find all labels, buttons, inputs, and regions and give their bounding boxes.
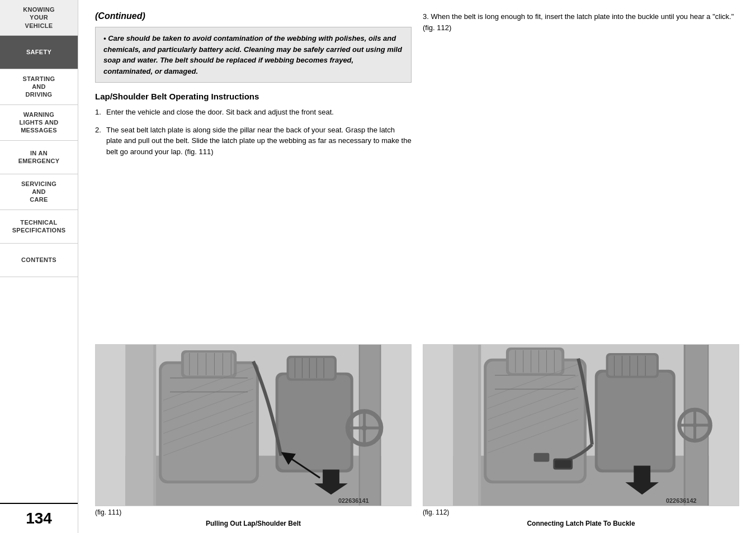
figure-111-bottom-label: Pulling Out Lap/Shoulder Belt — [95, 520, 412, 527]
instruction-number-1: 1. — [95, 107, 106, 118]
svg-rect-68 — [453, 345, 479, 506]
figure-112-svg: 022636142 — [423, 345, 739, 506]
page-number: 134 — [0, 503, 78, 533]
sidebar-item-servicing[interactable]: SERVICING AND CARE — [0, 174, 78, 210]
svg-text:022636141: 022636141 — [338, 497, 369, 504]
instruction-item-2: 2. The seat belt latch plate is along si… — [95, 125, 412, 158]
svg-rect-7 — [184, 353, 234, 376]
sidebar-item-contents[interactable]: CONTENTS — [0, 244, 78, 277]
sidebar-item-knowing[interactable]: KNOWING YOUR VEHICLE — [0, 0, 78, 36]
svg-rect-56 — [608, 355, 656, 376]
sidebar-item-starting[interactable]: STARTING AND DRIVING — [0, 69, 78, 105]
main-content: (Continued) • Care should be taken to av… — [78, 0, 756, 533]
svg-text:022636142: 022636142 — [666, 497, 697, 504]
figure-111-container: 022636141 (fig. 111) — [95, 344, 412, 516]
svg-rect-46 — [509, 350, 561, 373]
instruction-item-3: 3. When the belt is long enough to fit, … — [423, 11, 739, 33]
instruction-text-1: Enter the vehicle and close the door. Si… — [106, 107, 334, 118]
left-column: (Continued) • Care should be taken to av… — [95, 11, 412, 339]
figure-111-image: 022636141 — [95, 344, 412, 506]
instruction-number-3: 3. — [423, 12, 429, 21]
svg-rect-17 — [289, 358, 334, 379]
svg-rect-3 — [162, 364, 256, 481]
sidebar-item-warning[interactable]: WARNING LIGHTS AND MESSAGES — [0, 105, 78, 141]
figure-111-svg: 022636141 — [96, 345, 411, 506]
svg-rect-26 — [126, 345, 154, 506]
svg-rect-24 — [360, 345, 380, 506]
instruction-number-2: 2. — [95, 125, 106, 158]
instruction-item-1: 1. Enter the vehicle and close the door.… — [95, 107, 412, 118]
continued-header: (Continued) — [95, 11, 412, 21]
svg-rect-15 — [278, 375, 351, 470]
bottom-captions: Pulling Out Lap/Shoulder Belt Connecting… — [95, 520, 739, 527]
instruction-text-2: The seat belt latch plate is along side … — [106, 125, 412, 158]
figure-112-bottom-label: Connecting Latch Plate To Buckle — [423, 520, 739, 527]
figure-111-caption: (fig. 111) — [95, 508, 412, 516]
warning-box: • Care should be taken to avoid contamin… — [95, 27, 412, 83]
instruction-list: 1. Enter the vehicle and close the door.… — [95, 107, 412, 164]
instruction-text-3: When the belt is long enough to fit, ins… — [423, 12, 734, 32]
sidebar-item-technical[interactable]: TECHNICAL SPECIFICATIONS — [0, 210, 78, 244]
svg-rect-63 — [555, 460, 571, 468]
sidebar-item-safety[interactable]: SAFETY — [0, 36, 78, 69]
svg-rect-64 — [534, 453, 550, 462]
figure-112-container: 022636142 (fig. 112) — [423, 344, 739, 516]
sidebar-item-emergency[interactable]: IN AN EMERGENCY — [0, 141, 78, 174]
right-column: 3. When the belt is long enough to fit, … — [423, 11, 739, 339]
svg-rect-54 — [598, 373, 673, 470]
sidebar: KNOWING YOUR VEHICLE SAFETY STARTING AND… — [0, 0, 78, 533]
figure-112-image: 022636142 — [423, 344, 739, 506]
section-heading: Lap/Shoulder Belt Operating Instructions — [95, 92, 412, 101]
figure-112-caption: (fig. 112) — [423, 508, 739, 516]
figures-row: 022636141 (fig. 111) — [95, 344, 739, 516]
